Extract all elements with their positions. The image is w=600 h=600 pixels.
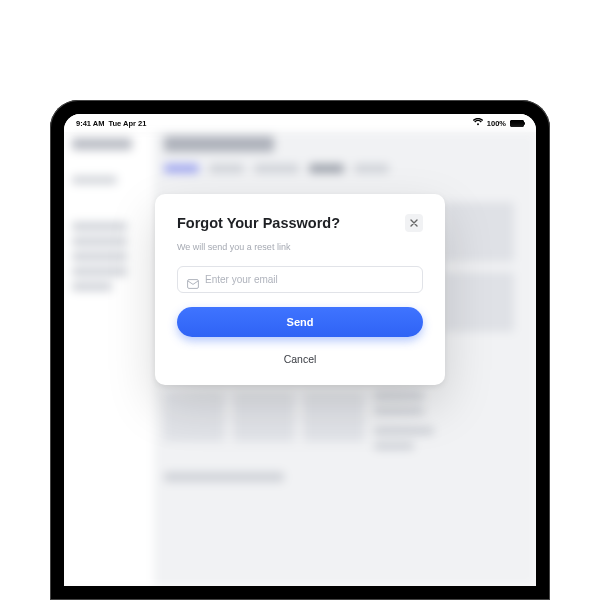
- cancel-button[interactable]: Cancel: [177, 349, 423, 369]
- close-button[interactable]: [405, 214, 423, 232]
- battery-icon: [510, 120, 524, 127]
- forgot-password-modal: Forgot Your Password? We will send you a…: [155, 194, 445, 385]
- status-time: 9:41 AM: [76, 119, 104, 128]
- modal-subtitle: We will send you a reset link: [177, 242, 423, 252]
- email-field[interactable]: [205, 274, 413, 285]
- mail-icon: [187, 275, 199, 285]
- modal-title: Forgot Your Password?: [177, 215, 340, 231]
- send-button[interactable]: Send: [177, 307, 423, 337]
- tablet-frame: 9:41 AM Tue Apr 21 100%: [50, 100, 550, 600]
- status-bar: 9:41 AM Tue Apr 21 100%: [64, 114, 536, 132]
- status-date: Tue Apr 21: [108, 119, 146, 128]
- wifi-icon: [473, 118, 483, 128]
- battery-pct: 100%: [487, 119, 506, 128]
- screen: 9:41 AM Tue Apr 21 100%: [64, 114, 536, 586]
- close-icon: [410, 218, 418, 229]
- email-input-wrap[interactable]: [177, 266, 423, 293]
